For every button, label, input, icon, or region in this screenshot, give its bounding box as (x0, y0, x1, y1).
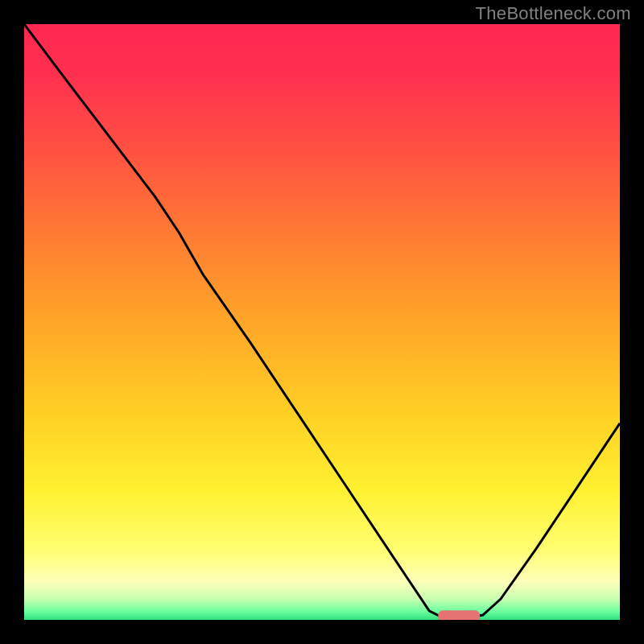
target-marker (438, 610, 480, 620)
chart-background-gradient (24, 24, 620, 620)
watermark-text: TheBottleneck.com (476, 3, 631, 24)
bottleneck-chart (24, 24, 620, 620)
